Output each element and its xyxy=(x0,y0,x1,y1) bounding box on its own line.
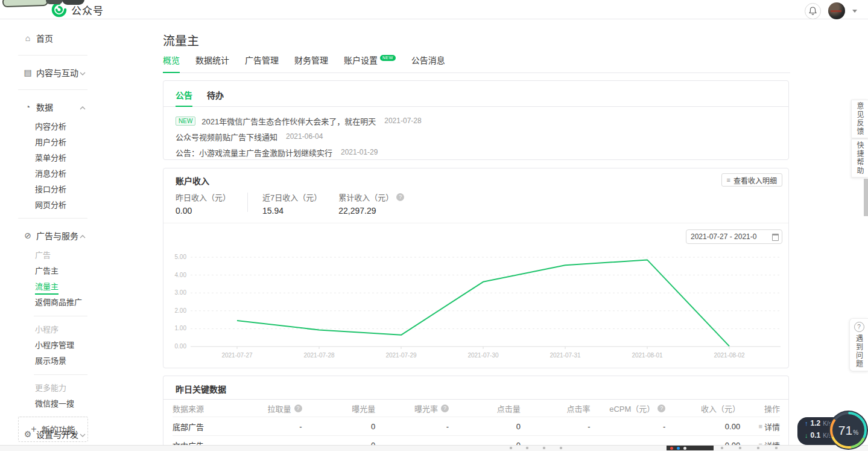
list-icon: ≡ xyxy=(727,176,730,184)
income-stat: 昨日收入（元）0.00 xyxy=(176,191,247,216)
sidebar-item[interactable]: ◔数据 xyxy=(0,95,151,119)
avatar[interactable] xyxy=(828,2,845,19)
announcement-item: 公众号视频前贴广告下线通知2021-06-04 xyxy=(176,129,776,144)
tray-icon xyxy=(560,447,562,449)
table-row: 底部广告-0-0--0.00≡详情 xyxy=(173,417,780,436)
column-header: 曝光率? xyxy=(375,403,449,414)
tab-公告消息[interactable]: 公告消息 xyxy=(411,54,445,72)
tab-数据统计[interactable]: 数据统计 xyxy=(195,54,229,72)
sidebar-item[interactable]: ▤内容与互动 xyxy=(0,60,151,85)
income-stat-label: 累计收入（元）? xyxy=(338,191,404,203)
announcement-card: 公告待办 NEW2021年微信广告生态合作伙伴大会来了，就在明天2021-07-… xyxy=(163,80,789,160)
tab-label: 公告消息 xyxy=(411,54,445,66)
window-decoration xyxy=(62,0,84,5)
sidebar-subitem-label: 网页分析 xyxy=(35,199,66,212)
column-header-label: 曝光率 xyxy=(414,403,438,414)
tray-icon-group[interactable] xyxy=(667,446,714,450)
announcement-item: 公告：小游戏流量主广告金激励计划继续实行2021-01-29 xyxy=(176,144,776,160)
bell-icon xyxy=(809,7,817,15)
sidebar-subitem-label: 用户分析 xyxy=(35,136,66,149)
tab-label: 数据统计 xyxy=(195,54,229,66)
tab-广告管理[interactable]: 广告管理 xyxy=(245,54,279,72)
content-icon: ▤ xyxy=(23,68,33,77)
announcement-link[interactable]: 2021年微信广告生态合作伙伴大会来了，就在明天 xyxy=(201,115,376,127)
sidebar-item-label: 广告与服务 xyxy=(36,229,78,241)
income-stat-value: 15.94 xyxy=(262,206,322,216)
percent-value: 71% xyxy=(838,423,858,438)
column-header: 数据来源 xyxy=(173,403,233,414)
sidebar-subitem[interactable]: 广告主 xyxy=(0,263,151,279)
svg-text:3.00: 3.00 xyxy=(175,289,187,296)
svg-text:2021-08-02: 2021-08-02 xyxy=(714,352,745,359)
sidebar-subitem[interactable]: 流量主 xyxy=(0,279,151,295)
problem-help-tab[interactable]: ? 遇到问题 xyxy=(849,318,868,371)
sidebar-item[interactable]: ⊘广告与服务 xyxy=(0,223,151,248)
view-income-detail-button[interactable]: ≡ 查看收入明细 xyxy=(721,173,782,187)
sidebar-subitem[interactable]: 内容分析 xyxy=(0,119,151,135)
chevron-down-icon xyxy=(80,72,86,75)
column-header-label: 点击量 xyxy=(497,403,521,414)
tab-概览[interactable]: 概览 xyxy=(163,54,180,73)
income-stat-value: 22,297.29 xyxy=(338,206,404,216)
plus-icon: + xyxy=(31,424,36,435)
percent-ring-widget[interactable]: 71% xyxy=(829,411,868,450)
sidebar-subitem[interactable]: 用户分析 xyxy=(0,135,151,150)
income-stat-value: 0.00 xyxy=(176,206,230,216)
table-cell: - xyxy=(591,422,666,431)
column-header-label: 收入（元） xyxy=(701,403,740,414)
announcement-link[interactable]: 公众号视频前贴广告下线通知 xyxy=(176,131,277,142)
announcement-list: NEW2021年微信广告生态合作伙伴大会来了，就在明天2021-07-28公众号… xyxy=(163,107,788,160)
sidebar-subitem[interactable]: 返佣商品推广 xyxy=(0,295,151,310)
sidebar-subitem[interactable]: 展示场景 xyxy=(0,353,151,369)
topbar: 公众号 xyxy=(0,0,868,19)
download-arrow-icon: ↓ xyxy=(805,432,808,439)
sidebar-group-label: 广告 xyxy=(0,248,151,263)
table-cell: ≡详情 xyxy=(740,421,780,432)
sidebar-subitem[interactable]: 小程序管理 xyxy=(0,337,151,353)
line-chart-svg: 0.001.002.003.004.005.002021-07-272021-0… xyxy=(163,250,790,369)
tray-icon xyxy=(677,447,680,450)
column-header: 曝光量 xyxy=(302,403,376,414)
sidebar-subitem[interactable]: 接口分析 xyxy=(0,182,151,197)
calendar-icon xyxy=(772,234,779,241)
table-cell: 0 xyxy=(302,422,376,431)
income-stat-label: 昨日收入（元） xyxy=(176,191,230,203)
announcement-item: NEW2021年微信广告生态合作伙伴大会来了，就在明天2021-07-28 xyxy=(176,113,776,129)
tab-财务管理[interactable]: 财务管理 xyxy=(294,54,328,72)
list-icon: ≡ xyxy=(759,423,762,430)
sidebar-subitem-label: 接口分析 xyxy=(35,183,66,196)
ad-services-icon: ⊘ xyxy=(23,231,33,240)
new-feature-button[interactable]: +新的功能 xyxy=(18,417,88,442)
sidebar-subitem[interactable]: 菜单分析 xyxy=(0,150,151,166)
new-badge: NEW xyxy=(176,117,195,126)
column-header-label: eCPM（元） xyxy=(609,403,654,414)
svg-text:2021-08-01: 2021-08-01 xyxy=(632,352,663,359)
svg-text:4.00: 4.00 xyxy=(175,272,187,278)
announcement-tab-待办[interactable]: 待办 xyxy=(207,89,224,106)
sidebar-subitem[interactable]: 网页分析 xyxy=(0,197,151,213)
help-icon[interactable]: ? xyxy=(294,405,302,412)
date-range-picker[interactable]: 2021-07-27 - 2021-0 xyxy=(686,229,782,244)
income-stat-label: 近7日收入（元） xyxy=(262,191,322,203)
column-header: eCPM（元）? xyxy=(591,403,666,414)
announcement-date: 2021-07-28 xyxy=(384,117,421,125)
divider xyxy=(18,89,87,90)
tab-账户设置[interactable]: 账户设置NEW xyxy=(344,54,396,72)
account-menu-chevron-down-icon[interactable] xyxy=(852,10,857,13)
sidebar-subitem[interactable]: 微信搜一搜 xyxy=(0,396,151,412)
feedback-tab[interactable]: 意见反馈 xyxy=(851,100,868,138)
scrollbar-thumb[interactable] xyxy=(864,179,868,216)
help-icon[interactable]: ? xyxy=(396,193,404,201)
detail-link[interactable]: ≡详情 xyxy=(759,421,780,432)
help-icon[interactable]: ? xyxy=(657,405,665,412)
sidebar-item[interactable]: ⌂首页 xyxy=(0,26,151,50)
tab-label: 广告管理 xyxy=(245,54,279,66)
sidebar-subitem[interactable]: 消息分析 xyxy=(0,166,151,182)
announcement-tab-公告[interactable]: 公告 xyxy=(176,89,192,107)
quick-help-tab[interactable]: 快捷帮助 xyxy=(851,139,868,178)
announcement-link[interactable]: 公告：小游戏流量主广告金激励计划继续实行 xyxy=(176,147,332,158)
help-icon[interactable]: ? xyxy=(441,405,449,412)
column-header: 拉取量? xyxy=(233,403,302,414)
column-header: 点击量 xyxy=(449,403,521,414)
notification-bell-button[interactable] xyxy=(805,3,821,19)
